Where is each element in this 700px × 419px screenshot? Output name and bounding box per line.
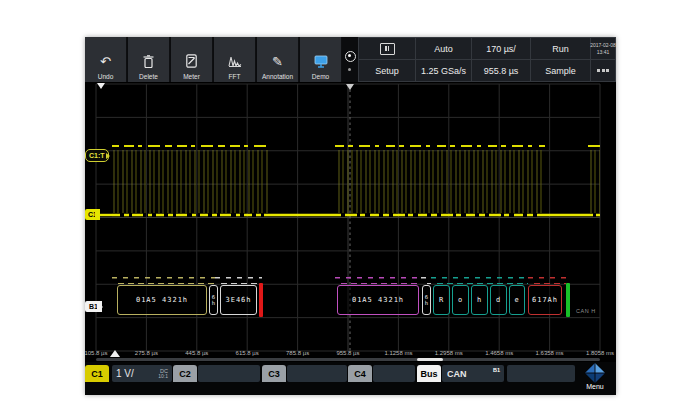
bus-signal-label: CAN H [576, 308, 596, 314]
bus-protocol: CAN [447, 369, 467, 379]
oscilloscope-screen: ↶ Undo Delete Meter FFT [85, 37, 616, 395]
time-axis-label: 1.4658 ms [485, 350, 513, 356]
time-axis-label: 1.2958 ms [435, 350, 463, 356]
tab-channel3[interactable]: C3 [262, 365, 286, 382]
time-axis-label: 1.1258 ms [384, 350, 412, 356]
channel1-probe-info: DC 10:1 [158, 368, 168, 380]
tab-channel1[interactable]: C1 [85, 365, 109, 382]
bus1-marker[interactable]: B1 [85, 301, 102, 312]
channel3-settings-panel[interactable] [287, 365, 347, 382]
tab-channel4[interactable]: C4 [348, 365, 372, 382]
time-axis-label: 785.8 µs [286, 350, 309, 356]
time-axis-label: 955.8 µs [336, 350, 359, 356]
time-axis-label: 445.8 µs [185, 350, 208, 356]
desktop-background: ↶ Undo Delete Meter FFT [0, 0, 700, 419]
menu-label: Menu [586, 383, 604, 390]
rohde-schwarz-logo-icon [584, 362, 606, 384]
scrollbar-thumb[interactable] [417, 358, 443, 361]
trigger-level-marker[interactable]: C1:T [85, 149, 109, 162]
extra-settings-panel[interactable] [507, 365, 575, 382]
trigger-position-marker[interactable] [346, 84, 354, 90]
horizontal-scrollbar[interactable] [96, 358, 600, 361]
time-axis-label: 615.8 µs [236, 350, 259, 356]
channel1-offset-marker[interactable]: C1 [85, 209, 100, 220]
time-axis-label: 105.8 µs [84, 350, 107, 356]
time-axis-label: 275.8 µs [135, 350, 158, 356]
tab-channel2[interactable]: C2 [173, 365, 197, 382]
grid-lines [96, 84, 600, 351]
menu-button[interactable]: Menu [580, 362, 610, 395]
channel1-probe-ratio: 10:1 [158, 374, 168, 380]
time-axis-label: 1.6358 ms [536, 350, 564, 356]
reference-point-marker[interactable] [97, 83, 105, 89]
tab-bus[interactable]: Bus [417, 365, 441, 382]
waveform-graticule [85, 37, 616, 395]
channel-bar: C1 1 V/ DC 10:1 C2 C3 C4 Bus CAN B1 [85, 362, 616, 395]
bus-settings-panel[interactable]: CAN B1 [442, 365, 504, 382]
can-signal-transitions [112, 150, 600, 213]
time-axis-label: 1.8058 ms [586, 350, 614, 356]
channel2-settings-panel[interactable] [198, 365, 260, 382]
channel1-settings-panel[interactable]: 1 V/ DC 10:1 [112, 365, 172, 382]
bus-badge: B1 [493, 367, 500, 373]
channel4-settings-panel[interactable] [373, 365, 415, 382]
channel1-scale: 1 V/ [116, 368, 134, 379]
